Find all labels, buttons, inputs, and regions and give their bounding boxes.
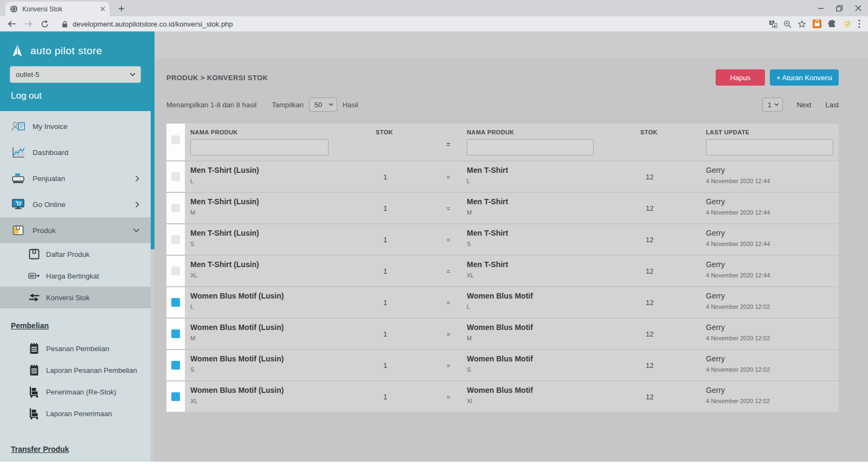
equals-sign: = <box>438 161 459 192</box>
source-stock: 1 <box>376 319 438 349</box>
sidebar-item-go-online[interactable]: Go Online <box>0 191 151 217</box>
table-row: Women Blus Motif (Lusin)S1=Women Blus Mo… <box>166 350 839 380</box>
equals-sign: = <box>438 381 459 412</box>
page-size-select[interactable]: 50 <box>309 98 337 112</box>
sidebar-scrollbar-thumb[interactable] <box>151 31 155 249</box>
outlet-select[interactable]: outlet-5 <box>10 66 141 83</box>
toolbar-icons <box>769 19 863 29</box>
source-product-variant: L <box>190 303 376 310</box>
window-close-button[interactable] <box>855 5 861 11</box>
browser-tab-strip: Konversi Stok <box>0 0 868 16</box>
window-bottom-edge <box>0 462 868 466</box>
sidebar-section-pembelian[interactable]: Pembelian <box>0 321 151 330</box>
sidebar-scrollbar-track[interactable] <box>151 31 155 466</box>
dashboard-icon <box>11 146 25 159</box>
top-band <box>155 31 868 59</box>
col-header-nama-produk-1: NAMA PRODUK <box>190 129 238 135</box>
sidebar-item-label: Pesanan Pembelian <box>46 345 140 353</box>
row-checkbox[interactable] <box>171 235 180 244</box>
sidebar-item-my-invoice[interactable]: My Invoice <box>0 113 151 139</box>
tab-close-icon[interactable] <box>100 7 105 11</box>
updated-date: 4 November 2020 12:02 <box>706 398 839 404</box>
go-online-icon <box>11 198 25 211</box>
window-restore-button[interactable] <box>836 5 843 12</box>
product-icon <box>11 224 25 237</box>
table-row: Women Blus Motif (Lusin)XL1=Women Blus M… <box>166 381 839 412</box>
source-stock: 1 <box>376 350 438 380</box>
back-button-icon[interactable] <box>5 20 18 28</box>
sidebar-item-daftar-produk[interactable]: Daftar Produk <box>0 243 151 265</box>
sidebar-item-dashboard[interactable]: Dashboard <box>0 139 151 165</box>
row-checkbox[interactable] <box>171 267 180 275</box>
source-product-variant: S <box>190 241 376 247</box>
sidebar-item-label: Penerimaan (Re-Stok) <box>46 388 140 396</box>
page-select[interactable]: 1 <box>762 98 783 112</box>
browser-tab[interactable]: Konversi Stok <box>5 2 110 16</box>
zoom-icon[interactable] <box>783 20 792 28</box>
target-product-variant: Xl <box>467 398 640 404</box>
outlet-select-wrap: outlet-5 <box>10 66 141 83</box>
table-row: Men T-Shirt (Lusin)M1=Men T-ShirtM12Gerr… <box>166 193 839 223</box>
updated-by-user: Gerry <box>706 323 839 332</box>
row-checkbox[interactable] <box>171 392 180 401</box>
add-conversion-rule-button[interactable]: + Aturan Konversi <box>770 69 839 86</box>
source-product-variant: S <box>190 366 376 373</box>
menu-dots-icon[interactable] <box>858 20 860 28</box>
sidebar-item-laporan-pesanan-pembelian[interactable]: Laporan Pesanan Pembelian <box>0 359 151 381</box>
source-product-name: Women Blus Motif (Lusin) <box>190 354 376 363</box>
sidebar-item-konversi-stok[interactable]: Konversi Stok <box>0 287 151 308</box>
logout-link[interactable]: Log out <box>0 83 151 101</box>
updated-by-user: Gerry <box>706 260 839 269</box>
select-all-checkbox[interactable] <box>171 135 180 144</box>
app-logo: auto pilot store <box>0 40 151 66</box>
sidebar-item-penjualan[interactable]: Penjualan <box>0 165 151 191</box>
pagination-last[interactable]: Last <box>825 101 839 109</box>
shop-extension-icon[interactable] <box>812 19 822 29</box>
logo-text: auto pilot store <box>30 45 102 57</box>
row-checkbox[interactable] <box>171 361 180 370</box>
filter-nama-produk-2-input[interactable] <box>467 139 594 156</box>
translate-icon[interactable] <box>769 20 777 28</box>
row-checkbox[interactable] <box>171 172 180 181</box>
row-checkbox[interactable] <box>171 298 180 307</box>
pagination-next[interactable]: Next <box>797 101 812 109</box>
window-minimize-button[interactable] <box>818 5 824 11</box>
row-checkbox[interactable] <box>171 204 180 212</box>
updated-date: 4 November 2020 12:44 <box>706 178 839 184</box>
row-checkbox-cell <box>166 161 185 192</box>
profile-icon[interactable] <box>843 19 852 29</box>
col-header-stok-2: STOK <box>640 124 706 160</box>
sidebar-item-label: Laporan Pesanan Pembelian <box>46 366 140 374</box>
target-product-variant: L <box>467 303 640 310</box>
sidebar-item-harga-bertingkat[interactable]: RPHarga Bertingkat <box>0 265 151 287</box>
url-bar[interactable]: development.autopilotstore.co.id/konvers… <box>62 20 769 28</box>
sidebar-header: auto pilot store outlet-5 Log out <box>0 31 151 111</box>
sidebar-section-transfer-produk[interactable]: Transfer Produk <box>0 445 151 454</box>
delete-button[interactable]: Hapus <box>716 69 765 86</box>
source-product-variant: M <box>190 335 376 341</box>
target-product-variant: M <box>467 335 640 341</box>
new-tab-button[interactable] <box>115 3 128 15</box>
forward-button-icon[interactable] <box>22 20 35 28</box>
reload-button-icon[interactable] <box>38 20 51 28</box>
sidebar-item-penerimaan-re-stok[interactable]: Penerimaan (Re-Stok) <box>0 381 151 403</box>
lock-icon <box>62 21 68 28</box>
star-icon[interactable] <box>798 20 806 28</box>
sidebar-item-laporan-penerimaan[interactable]: Laporan Penerimaan <box>0 403 151 424</box>
source-stock: 1 <box>376 287 438 318</box>
chevron-right-icon <box>135 175 140 182</box>
updated-by-user: Gerry <box>706 386 839 394</box>
filter-last-update-input[interactable] <box>706 139 833 156</box>
updated-by-user: Gerry <box>706 229 839 237</box>
col-header-nama-produk-2: NAMA PRODUK <box>467 129 515 135</box>
invoice-icon <box>11 120 25 133</box>
puzzle-extension-icon[interactable] <box>828 20 837 28</box>
row-checkbox[interactable] <box>171 329 180 338</box>
source-product-variant: M <box>190 209 376 216</box>
sidebar-item-pesanan-pembelian[interactable]: Pesanan Pembelian <box>0 338 151 359</box>
sidebar-item-label: Produk <box>33 226 133 235</box>
filter-nama-produk-1-input[interactable] <box>190 139 329 156</box>
window-controls <box>818 0 865 16</box>
trolley-icon <box>28 386 40 398</box>
sidebar-item-produk[interactable]: Produk <box>0 217 151 243</box>
